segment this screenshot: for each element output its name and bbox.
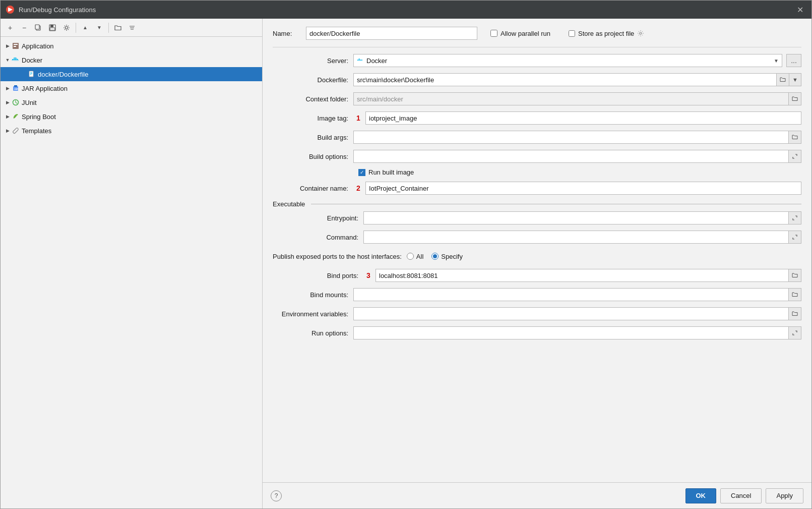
radio-specify[interactable]: Specify — [431, 253, 463, 260]
container-name-row: Container name: 2 — [273, 181, 801, 195]
env-variables-input[interactable] — [353, 307, 788, 320]
move-up-button[interactable]: ▲ — [79, 21, 92, 34]
server-row: Server: Docker — [273, 53, 801, 68]
radio-specify-outer — [431, 253, 439, 260]
docker-select-icon — [357, 58, 364, 64]
radio-all[interactable]: All — [407, 253, 423, 260]
left-panel: + − — [1, 19, 263, 508]
env-variables-input-group — [353, 307, 801, 320]
expand-spacer-dockerfile — [20, 70, 28, 78]
name-label: Name: — [273, 30, 298, 37]
allow-parallel-checkbox[interactable] — [490, 30, 497, 37]
command-input[interactable] — [363, 231, 788, 244]
bind-ports-browse-btn[interactable] — [788, 269, 801, 282]
command-label: Command: — [273, 234, 363, 241]
junit-icon — [12, 98, 20, 106]
tree-item-spring[interactable]: ▶ Spring Boot — [1, 109, 262, 124]
dockerfile-browse-btn[interactable] — [776, 73, 789, 86]
context-folder-browse-btn[interactable] — [788, 92, 801, 105]
tree-item-junit[interactable]: ▶ JUnit — [1, 95, 262, 109]
cancel-button[interactable]: Cancel — [720, 488, 762, 503]
templates-label: Templates — [22, 127, 51, 135]
bind-mounts-browse-btn[interactable] — [788, 288, 801, 301]
executable-title: Executable — [273, 200, 308, 208]
step-2: 2 — [353, 184, 363, 192]
jar-icon: JAR — [12, 84, 20, 92]
run-options-expand-btn[interactable] — [788, 326, 801, 340]
tree-item-docker[interactable]: ▼ Docker — [1, 53, 262, 67]
folder-browse-icon-3 — [792, 134, 798, 140]
expand-icon — [792, 154, 797, 159]
name-input[interactable] — [306, 27, 477, 40]
svg-rect-12 — [12, 59, 14, 60]
run-built-image-label[interactable]: ✓ Run built image — [358, 168, 414, 176]
expand-arrow-application: ▶ — [4, 42, 12, 50]
expand-arrow-templates: ▶ — [4, 127, 12, 135]
env-variables-browse-btn[interactable] — [788, 307, 801, 320]
entrypoint-expand-btn[interactable] — [788, 211, 801, 224]
run-options-label: Run options: — [273, 329, 353, 337]
remove-button[interactable]: − — [18, 21, 31, 34]
add-button[interactable]: + — [4, 21, 17, 34]
svg-rect-7 — [50, 28, 55, 30]
context-folder-row: Context folder: — [273, 92, 801, 106]
config-form: Name: Allow parallel run Store as projec… — [263, 19, 811, 482]
bind-ports-input[interactable] — [376, 269, 788, 282]
sort-button[interactable] — [126, 21, 139, 34]
server-dropdown-arrow: ▼ — [774, 58, 779, 64]
allow-parallel-label[interactable]: Allow parallel run — [501, 30, 550, 37]
build-options-input[interactable] — [353, 150, 788, 163]
copy-button[interactable] — [32, 21, 45, 34]
tree-item-jar[interactable]: ▶ JAR JAR Application — [1, 81, 262, 95]
svg-rect-4 — [35, 25, 39, 29]
dockerfile-dropdown-btn[interactable]: ▼ — [789, 73, 801, 86]
dockerfile-control: ▼ — [353, 73, 801, 86]
svg-rect-32 — [361, 60, 362, 61]
save-button[interactable] — [46, 21, 59, 34]
help-button[interactable]: ? — [271, 490, 282, 501]
bind-ports-label: Bind ports: — [283, 272, 363, 279]
svg-rect-30 — [360, 60, 361, 61]
build-options-expand-btn[interactable] — [788, 150, 801, 163]
svg-rect-23 — [14, 85, 17, 87]
bind-mounts-input[interactable] — [353, 288, 788, 301]
tree-item-templates[interactable]: ▶ Templates — [1, 124, 262, 138]
image-tag-control — [365, 111, 801, 125]
svg-point-26 — [17, 115, 18, 116]
command-expand-btn[interactable] — [788, 231, 801, 244]
move-down-button[interactable]: ▼ — [93, 21, 106, 34]
store-project-label[interactable]: Store as project file — [578, 30, 634, 37]
build-args-browse-btn[interactable] — [788, 131, 801, 144]
entrypoint-input[interactable] — [363, 211, 788, 224]
settings-button[interactable] — [60, 21, 73, 34]
container-name-input[interactable] — [365, 182, 801, 195]
server-control: Docker ▼ ... — [353, 54, 801, 67]
spring-label: Spring Boot — [22, 113, 56, 121]
step-1: 1 — [353, 114, 363, 122]
radio-all-label: All — [416, 253, 423, 260]
publish-ports-row: Publish exposed ports to the host interf… — [273, 249, 801, 263]
apply-button[interactable]: Apply — [766, 488, 803, 503]
build-args-input[interactable] — [353, 131, 788, 144]
tree-item-docker-dockerfile[interactable]: docker/Dockerfile — [1, 67, 262, 81]
server-select[interactable]: Docker ▼ — [353, 54, 782, 67]
close-button[interactable]: ✕ — [794, 4, 806, 16]
image-tag-input[interactable] — [365, 111, 801, 125]
server-more-button[interactable]: ... — [786, 54, 801, 67]
run-options-input[interactable] — [353, 326, 788, 340]
expand-arrow-spring: ▶ — [4, 112, 12, 121]
svg-rect-2 — [8, 8, 9, 12]
store-project-checkbox[interactable] — [569, 30, 575, 37]
run-built-image-checkbox[interactable]: ✓ — [358, 169, 365, 176]
folder-button[interactable] — [111, 21, 124, 34]
tree-item-application[interactable]: ▶ Application — [1, 39, 262, 53]
context-folder-input[interactable] — [353, 92, 788, 105]
wrench-icon — [12, 127, 20, 135]
dockerfile-input[interactable] — [353, 73, 776, 86]
dockerfile-row: Dockerfile: ▼ — [273, 73, 801, 87]
radio-specify-inner — [433, 254, 437, 258]
env-variables-label: Environment variables: — [273, 310, 353, 318]
ok-button[interactable]: OK — [685, 488, 717, 503]
bind-mounts-label: Bind mounts: — [273, 291, 353, 299]
expand-arrow-junit: ▶ — [4, 98, 12, 106]
